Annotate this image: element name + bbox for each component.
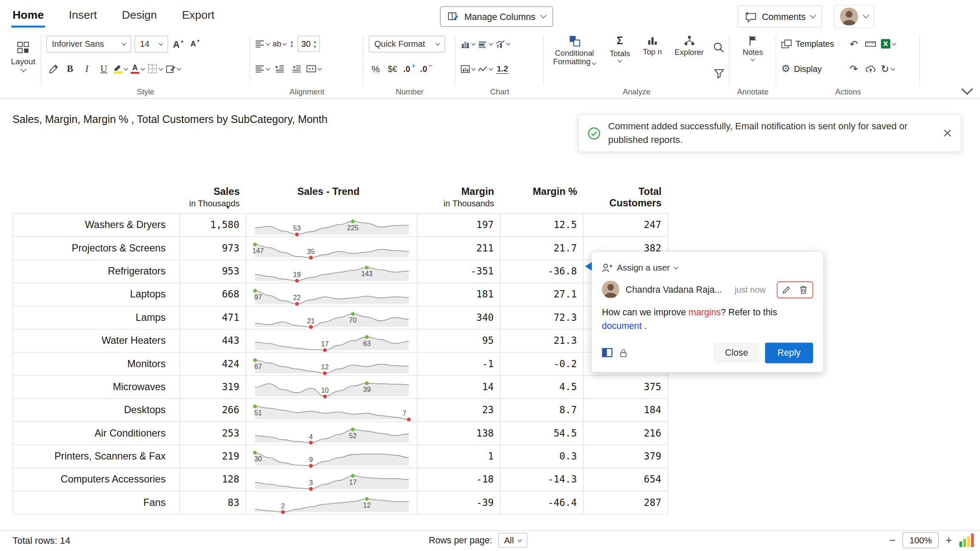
header-margin[interactable]: Margin in Thousands bbox=[417, 180, 500, 213]
font-family-select[interactable]: Inforiver Sans bbox=[46, 35, 131, 52]
collapse-ribbon-button[interactable] bbox=[961, 83, 973, 95]
table-row[interactable]: Laptops 668 2297 181 27.1 bbox=[13, 283, 668, 305]
comment-author-row: Chandra Vadana Raja... just now bbox=[602, 281, 813, 298]
font-color-button[interactable]: A bbox=[131, 60, 144, 77]
menu-tab-insert[interactable]: Insert bbox=[68, 0, 98, 30]
underline-button[interactable]: U bbox=[97, 60, 111, 77]
increase-font-button[interactable]: A▴ bbox=[171, 35, 185, 52]
format-painter-button[interactable] bbox=[46, 60, 60, 77]
conditional-formatting-button[interactable]: Conditional Formatting bbox=[547, 34, 601, 67]
account-menu-button[interactable] bbox=[834, 5, 875, 28]
chart-cell-button[interactable] bbox=[461, 60, 475, 77]
increase-decimal-button[interactable]: .0 + bbox=[402, 60, 416, 77]
merge-cells-button[interactable] bbox=[306, 60, 321, 77]
table-row[interactable]: Air Conditioners 253 452 138 54.5 216 bbox=[13, 421, 668, 444]
row-category: Lamps bbox=[13, 306, 179, 329]
column-scope-button[interactable] bbox=[602, 348, 613, 358]
table-row[interactable]: Microwaves 319 1039 14 4.5 375 bbox=[13, 375, 668, 398]
combo-chart-button[interactable] bbox=[496, 35, 510, 52]
quick-format-value: Quick Format bbox=[374, 39, 425, 49]
stacked-chart-button[interactable] bbox=[478, 35, 493, 52]
decrease-decimal-button[interactable]: .0 − bbox=[419, 60, 433, 77]
chevron-down-icon bbox=[506, 41, 510, 45]
table-row[interactable]: Washers & Dryers 1,580 53225 197 12.5 24… bbox=[13, 213, 668, 236]
menu-tab-home[interactable]: Home bbox=[11, 0, 45, 30]
quick-format-select[interactable]: Quick Format bbox=[369, 35, 445, 52]
explorer-button[interactable]: Explorer bbox=[670, 34, 708, 57]
number-scale-button[interactable]: 1.2 bbox=[496, 60, 509, 77]
measure-button[interactable] bbox=[864, 35, 877, 52]
table-row[interactable]: Fans 83 212 -39 -46.4 287 bbox=[13, 491, 668, 514]
bar-chart-button[interactable] bbox=[461, 35, 475, 52]
header-sales[interactable]: Sales in Thousands ▾ bbox=[179, 180, 246, 213]
top-n-button[interactable]: Top n bbox=[638, 34, 667, 56]
manage-columns-button[interactable]: Manage Columns bbox=[440, 6, 553, 27]
decrease-indent-button[interactable] bbox=[273, 60, 286, 77]
svg-text:53: 53 bbox=[293, 224, 301, 231]
toast-close-button[interactable] bbox=[943, 129, 952, 138]
menu-tab-design[interactable]: Design bbox=[121, 0, 158, 30]
display-button[interactable]: ⚙ Display bbox=[781, 60, 844, 77]
header-sales-trend[interactable]: Sales - Trend bbox=[246, 180, 417, 213]
document-link[interactable]: document bbox=[602, 320, 642, 331]
totals-button[interactable]: Σ Totals bbox=[605, 34, 635, 62]
zoom-in-button[interactable]: + bbox=[946, 535, 952, 545]
header-category[interactable] bbox=[13, 180, 179, 213]
borders-button[interactable] bbox=[148, 60, 162, 77]
minus-icon: − bbox=[428, 62, 432, 69]
wrap-text-button[interactable]: ab bbox=[273, 35, 286, 52]
stepper-carets[interactable]: ▴ ▾ bbox=[314, 39, 316, 49]
vertical-align-button[interactable] bbox=[255, 35, 270, 52]
zoom-out-button[interactable]: − bbox=[889, 535, 896, 545]
bold-button[interactable]: B bbox=[63, 60, 77, 77]
table-row[interactable]: Water Heaters 443 1763 95 21.3 bbox=[13, 329, 668, 352]
publish-button[interactable] bbox=[864, 60, 877, 77]
sparkline-button[interactable] bbox=[478, 60, 493, 77]
header-margin-pct[interactable]: Margin % bbox=[500, 180, 583, 213]
reply-button[interactable]: Reply bbox=[765, 342, 813, 363]
percent-format-button[interactable]: % bbox=[369, 60, 382, 77]
templates-button[interactable]: Templates bbox=[781, 35, 844, 52]
sparkline-max-dot bbox=[351, 474, 355, 477]
assign-user-dropdown[interactable]: Assign a user bbox=[602, 260, 678, 275]
table-row[interactable]: Desktops 266 751 23 8.7 184 bbox=[13, 398, 668, 421]
trash-icon bbox=[799, 285, 808, 294]
lock-comment-button[interactable] bbox=[619, 348, 628, 357]
rows-per-page-select[interactable]: All bbox=[498, 533, 527, 548]
delete-comment-button[interactable] bbox=[799, 285, 808, 294]
table-row[interactable]: Computers Accessories 128 317 -18 -14.3 … bbox=[13, 468, 668, 491]
table-row[interactable]: Refrigerators 953 19143 -351 -36.8 bbox=[13, 260, 668, 283]
decrease-font-button[interactable]: A▾ bbox=[188, 35, 202, 52]
table-row[interactable]: Projectors & Screens 973 35147 211 21.7 … bbox=[13, 236, 668, 259]
currency-format-button[interactable]: $€ bbox=[386, 60, 399, 77]
sort-descending-icon[interactable]: ▾ bbox=[226, 203, 230, 211]
table-row[interactable]: Printers, Scanners & Fax 219 930 1 0.3 3… bbox=[13, 445, 668, 468]
horizontal-align-button[interactable] bbox=[255, 60, 270, 77]
border-style-button[interactable] bbox=[165, 60, 180, 77]
caret-down-icon[interactable]: ▾ bbox=[314, 44, 316, 49]
export-excel-button[interactable] bbox=[880, 35, 895, 52]
caret-up-icon[interactable]: ▴ bbox=[314, 39, 316, 43]
search-button[interactable] bbox=[712, 39, 726, 56]
chevron-down-icon bbox=[751, 57, 755, 61]
font-size-select[interactable]: 14 bbox=[134, 35, 168, 52]
header-customers[interactable]: Total Customers bbox=[584, 180, 668, 213]
table-row[interactable]: Monitors 424 1267 -1 -0.2 bbox=[13, 352, 668, 375]
filter-button[interactable] bbox=[712, 65, 726, 83]
layout-button[interactable]: Layout bbox=[5, 30, 41, 83]
notes-button[interactable]: Notes bbox=[729, 30, 776, 61]
highlight-color-button[interactable] bbox=[114, 60, 127, 77]
ribbon-group-analyze: Conditional Formatting Σ Totals Top n Ex… bbox=[544, 30, 729, 98]
comments-button[interactable]: Comments bbox=[738, 6, 822, 27]
row-height-stepper[interactable]: 30 ▴ ▾ bbox=[297, 36, 319, 52]
increase-indent-button[interactable] bbox=[289, 60, 303, 77]
edit-comment-button[interactable] bbox=[782, 285, 791, 294]
menu-tab-export[interactable]: Export bbox=[181, 0, 216, 30]
sparkline-min-dot bbox=[309, 464, 313, 468]
italic-button[interactable]: I bbox=[80, 60, 94, 77]
refresh-button[interactable]: ↻ bbox=[880, 60, 894, 77]
redo-button[interactable]: ↷ bbox=[847, 60, 860, 77]
undo-button[interactable]: ↶ bbox=[847, 35, 860, 52]
table-row[interactable]: Lamps 471 2170 340 72.3 bbox=[13, 306, 668, 329]
close-button[interactable]: Close bbox=[714, 342, 759, 363]
